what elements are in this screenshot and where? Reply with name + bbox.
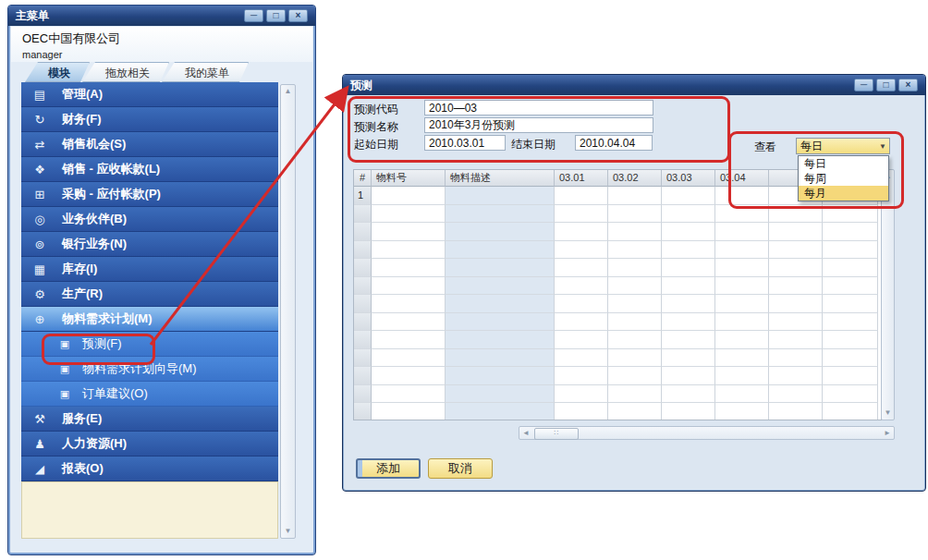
table-cell[interactable] xyxy=(715,349,769,368)
table-cell[interactable] xyxy=(823,403,878,420)
table-cell[interactable] xyxy=(823,331,878,349)
table-cell[interactable] xyxy=(608,385,662,404)
column-header[interactable]: 03.02 xyxy=(608,170,662,187)
table-cell[interactable] xyxy=(555,241,608,260)
table-cell[interactable] xyxy=(769,367,823,385)
table-cell[interactable] xyxy=(715,331,769,349)
menu-item-financials[interactable]: ↻ 财务(F) xyxy=(21,107,278,132)
table-cell[interactable] xyxy=(608,277,662,296)
table-cell[interactable] xyxy=(446,403,555,420)
table-cell[interactable] xyxy=(715,241,769,260)
table-cell[interactable] xyxy=(372,385,446,404)
table-cell[interactable] xyxy=(769,295,823,313)
tab-my-menu[interactable]: 我的菜单 xyxy=(162,62,249,82)
table-cell[interactable] xyxy=(555,331,608,349)
table-cell[interactable] xyxy=(715,277,769,296)
table-cell[interactable] xyxy=(372,241,446,260)
table-cell[interactable] xyxy=(608,295,662,313)
table-cell[interactable] xyxy=(446,331,555,349)
minimize-button[interactable]: ─ xyxy=(244,9,263,22)
table-cell[interactable] xyxy=(715,187,769,205)
cancel-button[interactable]: 取消 xyxy=(428,458,493,479)
table-cell[interactable] xyxy=(715,385,769,404)
add-button[interactable]: 添加 xyxy=(356,458,421,479)
table-cell[interactable] xyxy=(446,223,555,241)
table-cell[interactable] xyxy=(446,349,555,368)
menu-item-sales-ar[interactable]: ❖ 销售 - 应收帐款(L) xyxy=(21,157,278,182)
table-cell[interactable] xyxy=(715,313,769,332)
table-cell[interactable] xyxy=(769,259,823,277)
menu-item-purchasing-ap[interactable]: ⊞ 采购 - 应付帐款(P) xyxy=(21,182,278,207)
row-number-cell[interactable] xyxy=(354,277,372,296)
table-cell[interactable] xyxy=(555,295,608,313)
table-cell[interactable] xyxy=(446,367,555,385)
table-cell[interactable] xyxy=(372,295,446,313)
scroll-left-icon[interactable]: ◄ xyxy=(522,428,530,439)
table-cell[interactable] xyxy=(372,367,446,385)
table-cell[interactable] xyxy=(769,403,823,420)
table-cell[interactable] xyxy=(715,367,769,385)
table-cell[interactable] xyxy=(446,205,555,224)
table-cell[interactable] xyxy=(662,403,715,420)
end-date-input[interactable] xyxy=(575,135,653,151)
row-number-cell[interactable] xyxy=(354,241,372,260)
table-cell[interactable] xyxy=(662,241,715,260)
table-horizontal-scrollbar[interactable]: ◄ ∷ ► xyxy=(519,426,895,440)
option-daily[interactable]: 每日 xyxy=(799,156,888,171)
table-cell[interactable] xyxy=(555,205,608,224)
table-cell[interactable] xyxy=(372,403,446,420)
table-cell[interactable] xyxy=(446,187,555,205)
menu-item-production[interactable]: ⚙ 生产(R) xyxy=(21,282,278,307)
table-cell[interactable] xyxy=(715,223,769,241)
table-cell[interactable] xyxy=(715,205,769,224)
table-cell[interactable] xyxy=(662,259,715,277)
table-cell[interactable] xyxy=(823,349,878,368)
table-cell[interactable] xyxy=(372,223,446,241)
table-cell[interactable] xyxy=(662,205,715,224)
row-number-cell[interactable]: 1 xyxy=(354,187,372,205)
table-cell[interactable] xyxy=(446,241,555,260)
table-vertical-scrollbar[interactable]: ▲ ▼ xyxy=(881,169,895,420)
option-monthly[interactable]: 每月 xyxy=(799,186,888,201)
column-header[interactable]: 03.01 xyxy=(555,170,608,187)
table-cell[interactable] xyxy=(823,313,878,332)
table-cell[interactable] xyxy=(372,313,446,332)
combo-arrow-icon[interactable]: ▼ xyxy=(879,142,889,151)
table-cell[interactable] xyxy=(662,385,715,404)
table-cell[interactable] xyxy=(823,277,878,296)
table-cell[interactable] xyxy=(823,241,878,260)
menu-item-administration[interactable]: ▤ 管理(A) xyxy=(21,82,278,107)
table-cell[interactable] xyxy=(608,403,662,420)
table-cell[interactable] xyxy=(608,241,662,260)
table-cell[interactable] xyxy=(769,385,823,404)
table-cell[interactable] xyxy=(372,331,446,349)
row-number-cell[interactable] xyxy=(354,223,372,241)
row-number-cell[interactable] xyxy=(354,349,372,368)
table-cell[interactable] xyxy=(555,403,608,420)
table-cell[interactable] xyxy=(823,259,878,277)
table-cell[interactable] xyxy=(608,205,662,224)
table-cell[interactable] xyxy=(608,367,662,385)
menu-item-business-partners[interactable]: ◎ 业务伙伴(B) xyxy=(21,207,278,232)
maximize-button[interactable]: □ xyxy=(876,79,896,91)
menu-item-sales-opportunities[interactable]: ⇄ 销售机会(S) xyxy=(21,132,278,157)
menu-item-inventory[interactable]: ▦ 库存(I) xyxy=(21,257,278,282)
main-menu-scrollbar[interactable]: ▲ ▼ xyxy=(280,84,296,539)
table-cell[interactable] xyxy=(769,223,823,241)
table-cell[interactable] xyxy=(662,367,715,385)
table-cell[interactable] xyxy=(662,331,715,349)
option-weekly[interactable]: 每周 xyxy=(799,171,888,186)
row-number-cell[interactable] xyxy=(354,295,372,313)
row-number-cell[interactable] xyxy=(354,403,372,420)
column-header[interactable]: 03.03 xyxy=(662,170,715,187)
table-cell[interactable] xyxy=(555,259,608,277)
table-cell[interactable] xyxy=(769,349,823,368)
table-cell[interactable] xyxy=(769,313,823,332)
menu-item-human-resources[interactable]: ♟ 人力资源(H) xyxy=(21,432,278,457)
maximize-button[interactable]: □ xyxy=(266,9,286,22)
table-cell[interactable] xyxy=(662,223,715,241)
table-cell[interactable] xyxy=(608,187,662,205)
table-cell[interactable] xyxy=(662,349,715,368)
start-date-input[interactable] xyxy=(424,135,506,151)
table-cell[interactable] xyxy=(555,349,608,368)
